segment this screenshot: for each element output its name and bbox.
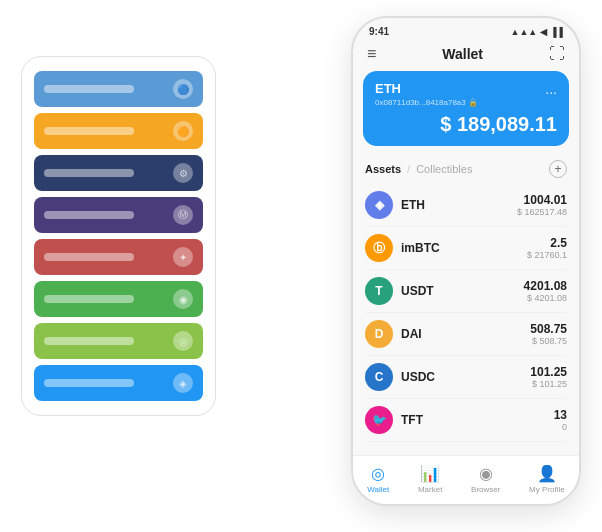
asset-name-dai: DAI	[401, 327, 422, 341]
asset-usd-usdt: $ 4201.08	[524, 293, 567, 303]
card-icon-1: 🟠	[173, 121, 193, 141]
asset-icon-tft: 🐦	[365, 406, 393, 434]
card-icon-3: Ⓜ	[173, 205, 193, 225]
card-stack-item-1[interactable]: 🟠	[34, 113, 203, 149]
nav-icon-profile: 👤	[537, 464, 557, 483]
card-icon-4: ✦	[173, 247, 193, 267]
card-label-6	[44, 337, 134, 345]
asset-item-dai[interactable]: D DAI 508.75 $ 508.75	[365, 313, 567, 356]
status-bar: 9:41 ▲▲▲ ◀ ▐▐	[353, 18, 579, 41]
asset-left-2: T USDT	[365, 277, 434, 305]
asset-name-tft: TFT	[401, 413, 423, 427]
card-stack-item-4[interactable]: ✦	[34, 239, 203, 275]
card-stack-item-5[interactable]: ◉	[34, 281, 203, 317]
nav-label-wallet: Wallet	[367, 485, 389, 494]
card-label-4	[44, 253, 134, 261]
bottom-nav: ◎ Wallet 📊 Market ◉ Browser 👤 My Profile	[353, 455, 579, 504]
asset-item-usdc[interactable]: C USDC 101.25 $ 101.25	[365, 356, 567, 399]
nav-item-browser[interactable]: ◉ Browser	[471, 464, 500, 494]
asset-usd-dai: $ 508.75	[530, 336, 567, 346]
asset-left-5: 🐦 TFT	[365, 406, 423, 434]
tab-divider: /	[407, 163, 410, 175]
asset-left-0: ◈ ETH	[365, 191, 425, 219]
asset-icon-imbtc: ⓑ	[365, 234, 393, 262]
asset-item-tft[interactable]: 🐦 TFT 13 0	[365, 399, 567, 442]
assets-header: Assets / Collectibles +	[353, 156, 579, 184]
nav-label-browser: Browser	[471, 485, 500, 494]
battery-icon: ▐▐	[550, 27, 563, 37]
page-title: Wallet	[442, 46, 483, 62]
asset-left-4: C USDC	[365, 363, 435, 391]
phone-mockup: 9:41 ▲▲▲ ◀ ▐▐ ≡ Wallet ⛶ ... ETH 0x08711…	[351, 16, 581, 506]
card-label-0	[44, 85, 134, 93]
card-label-2	[44, 169, 134, 177]
card-icon-7: ◈	[173, 373, 193, 393]
card-stack-item-6[interactable]: ◎	[34, 323, 203, 359]
asset-right-4: 101.25 $ 101.25	[530, 365, 567, 389]
add-asset-button[interactable]: +	[549, 160, 567, 178]
card-label-3	[44, 211, 134, 219]
asset-usd-imbtc: $ 21760.1	[527, 250, 567, 260]
asset-amount-tft: 13	[554, 408, 567, 422]
asset-name-usdt: USDT	[401, 284, 434, 298]
asset-amount-imbtc: 2.5	[527, 236, 567, 250]
asset-right-5: 13 0	[554, 408, 567, 432]
asset-amount-usdc: 101.25	[530, 365, 567, 379]
nav-item-profile[interactable]: 👤 My Profile	[529, 464, 565, 494]
nav-icon-browser: ◉	[479, 464, 493, 483]
tab-assets[interactable]: Assets	[365, 163, 401, 175]
expand-icon[interactable]: ⛶	[549, 45, 565, 63]
asset-usd-eth: $ 162517.48	[517, 207, 567, 217]
card-icon-0: 🔵	[173, 79, 193, 99]
nav-icon-wallet: ◎	[371, 464, 385, 483]
card-label-1	[44, 127, 134, 135]
status-time: 9:41	[369, 26, 389, 37]
scene: 🔵 🟠 ⚙ Ⓜ ✦ ◉ ◎ ◈ 9:41 ▲▲▲	[21, 16, 581, 516]
asset-icon-usdt: T	[365, 277, 393, 305]
wifi-icon: ◀	[540, 27, 547, 37]
nav-icon-market: 📊	[420, 464, 440, 483]
status-icons: ▲▲▲ ◀ ▐▐	[511, 27, 564, 37]
card-label-5	[44, 295, 134, 303]
asset-icon-dai: D	[365, 320, 393, 348]
card-icon-2: ⚙	[173, 163, 193, 183]
eth-card[interactable]: ... ETH 0x08711d3b...8418a78a3 🔒 $ 189,0…	[363, 71, 569, 146]
asset-item-usdt[interactable]: T USDT 4201.08 $ 4201.08	[365, 270, 567, 313]
card-icon-6: ◎	[173, 331, 193, 351]
menu-icon[interactable]: ≡	[367, 45, 376, 63]
asset-amount-eth: 1004.01	[517, 193, 567, 207]
asset-list: ◈ ETH 1004.01 $ 162517.48 ⓑ imBTC 2.5 $ …	[353, 184, 579, 455]
more-options-icon[interactable]: ...	[545, 81, 557, 97]
asset-icon-usdc: C	[365, 363, 393, 391]
asset-name-imbtc: imBTC	[401, 241, 440, 255]
assets-tabs: Assets / Collectibles	[365, 163, 472, 175]
asset-right-2: 4201.08 $ 4201.08	[524, 279, 567, 303]
nav-label-market: Market	[418, 485, 442, 494]
asset-left-3: D DAI	[365, 320, 422, 348]
asset-right-0: 1004.01 $ 162517.48	[517, 193, 567, 217]
signal-icon: ▲▲▲	[511, 27, 538, 37]
asset-item-imbtc[interactable]: ⓑ imBTC 2.5 $ 21760.1	[365, 227, 567, 270]
asset-item-eth[interactable]: ◈ ETH 1004.01 $ 162517.48	[365, 184, 567, 227]
coin-name: ETH	[375, 81, 557, 96]
asset-right-1: 2.5 $ 21760.1	[527, 236, 567, 260]
top-nav: ≡ Wallet ⛶	[353, 41, 579, 71]
wallet-address: 0x08711d3b...8418a78a3 🔒	[375, 98, 557, 107]
card-stack-item-0[interactable]: 🔵	[34, 71, 203, 107]
card-stack-item-3[interactable]: Ⓜ	[34, 197, 203, 233]
card-stack-item-2[interactable]: ⚙	[34, 155, 203, 191]
asset-usd-usdc: $ 101.25	[530, 379, 567, 389]
nav-label-profile: My Profile	[529, 485, 565, 494]
card-label-7	[44, 379, 134, 387]
card-icon-5: ◉	[173, 289, 193, 309]
asset-usd-tft: 0	[554, 422, 567, 432]
tab-collectibles[interactable]: Collectibles	[416, 163, 472, 175]
card-stack: 🔵 🟠 ⚙ Ⓜ ✦ ◉ ◎ ◈	[21, 56, 216, 416]
nav-item-market[interactable]: 📊 Market	[418, 464, 442, 494]
asset-amount-dai: 508.75	[530, 322, 567, 336]
asset-icon-eth: ◈	[365, 191, 393, 219]
wallet-balance: $ 189,089.11	[375, 113, 557, 136]
nav-item-wallet[interactable]: ◎ Wallet	[367, 464, 389, 494]
asset-left-1: ⓑ imBTC	[365, 234, 440, 262]
card-stack-item-7[interactable]: ◈	[34, 365, 203, 401]
